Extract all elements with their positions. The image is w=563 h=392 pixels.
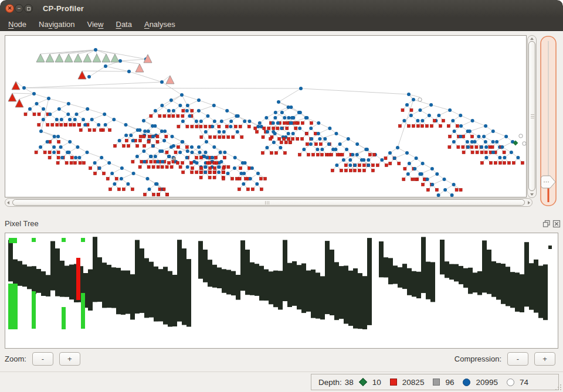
depth-stat: Depth: 38: [318, 378, 354, 387]
zoom-label: Zoom:: [5, 354, 26, 363]
minimize-button[interactable]: –: [15, 4, 23, 13]
zoom-out-button[interactable]: -: [32, 352, 53, 366]
dock-float-button[interactable]: [542, 220, 551, 228]
open-count: 74: [520, 378, 528, 387]
branches-count: 20995: [476, 378, 498, 387]
open-icon: [507, 379, 514, 386]
controls-row: Zoom: - + Compression: - +: [0, 352, 563, 368]
vertical-scroll-thumb[interactable]: [528, 41, 535, 191]
minimize-icon: –: [18, 6, 21, 11]
node-statistics: 1020825962099574: [359, 378, 532, 387]
failures-icon: [390, 379, 397, 386]
dock-close-button[interactable]: [552, 220, 561, 228]
status-bar: Depth: 38 1020825962099574: [0, 371, 563, 392]
depth-value: 38: [345, 378, 354, 387]
menu-bar: NodeNavigationViewDataAnalyses: [0, 18, 563, 31]
scroll-right-icon[interactable]: [528, 201, 530, 204]
undetermined-icon: [433, 379, 440, 386]
failures-count: 20825: [402, 378, 425, 387]
menu-data[interactable]: Data: [116, 20, 131, 29]
pixel-tree-title: Pixel Tree: [5, 219, 39, 228]
solutions-count: 10: [372, 378, 381, 387]
menu-analyses[interactable]: Analyses: [144, 20, 175, 29]
compression-in-button[interactable]: +: [534, 352, 555, 366]
tree-horizontal-scrollbar[interactable]: [5, 198, 533, 207]
maximize-icon: [27, 7, 30, 11]
scroll-down-icon[interactable]: [530, 193, 534, 196]
pixel-tree-dock-header: Pixel Tree: [0, 217, 563, 230]
statistics-box: Depth: 38 1020825962099574: [311, 374, 559, 390]
menu-navigation[interactable]: Navigation: [39, 20, 74, 29]
branches-icon: [463, 379, 470, 386]
resize-grip[interactable]: [555, 384, 562, 391]
titlebar: ✕ – CP-Profiler: [0, 0, 563, 18]
scroll-grip-icon: [531, 113, 534, 118]
close-button[interactable]: ✕: [5, 4, 14, 13]
scroll-up-icon[interactable]: [530, 38, 534, 40]
solutions-icon: [359, 378, 367, 386]
maximize-button[interactable]: [24, 4, 33, 13]
compression-out-button[interactable]: -: [507, 352, 528, 366]
horizontal-scroll-thumb[interactable]: [12, 199, 525, 206]
menu-view[interactable]: View: [87, 20, 104, 29]
window-title: CP-Profiler: [43, 4, 84, 13]
tree-canvas[interactable]: [5, 35, 527, 197]
undetermined-count: 96: [445, 378, 454, 387]
app-window: ✕ – CP-Profiler NodeNavigationViewDataAn…: [0, 0, 563, 392]
scroll-left-icon[interactable]: [7, 201, 9, 204]
depth-label: Depth:: [318, 378, 342, 387]
menu-node[interactable]: Node: [8, 20, 26, 29]
zoom-in-button[interactable]: +: [59, 352, 80, 366]
close-icon: ✕: [8, 6, 12, 11]
pixel-tree-canvas[interactable]: [5, 233, 558, 349]
tree-vertical-scrollbar[interactable]: [527, 35, 537, 198]
compression-label: Compression:: [455, 354, 501, 363]
scroll-grip-icon: [265, 201, 270, 204]
tree-scale-slider[interactable]: [540, 36, 557, 206]
